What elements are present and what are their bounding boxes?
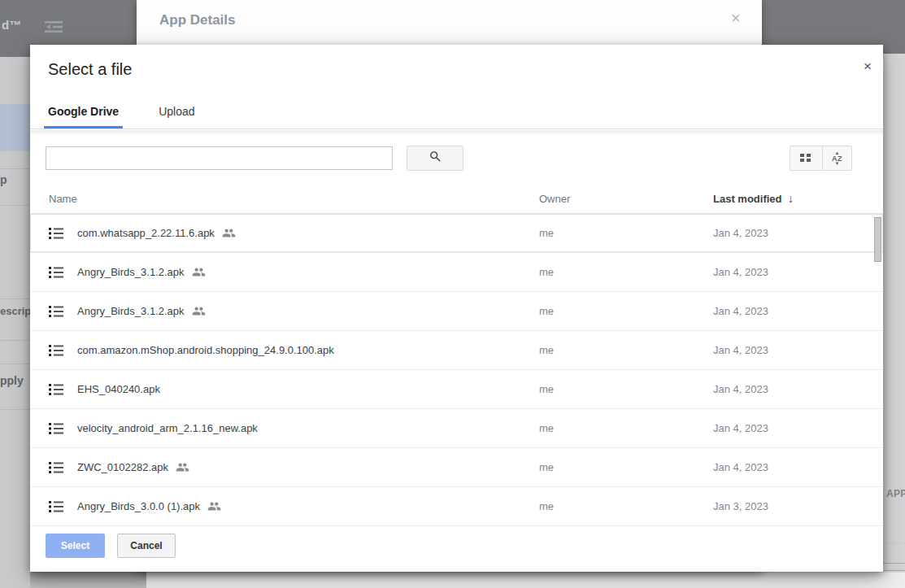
background-left-panel: p escript pply <box>0 57 30 588</box>
background-text-fragment: pply <box>0 374 24 387</box>
file-name: EHS_040240.apk <box>77 383 160 395</box>
indent-decrease-icon <box>45 20 63 37</box>
cancel-button[interactable]: Cancel <box>117 534 176 558</box>
file-modified: Jan 4, 2023 <box>713 292 768 330</box>
file-name: com.amazon.mShop.android.shopping_24.9.0… <box>77 344 334 356</box>
file-modified: Jan 4, 2023 <box>713 331 768 369</box>
file-name-cell: Angry_Birds_3.1.2.apk <box>77 253 206 291</box>
select-button[interactable]: Select <box>46 534 105 558</box>
column-header-owner[interactable]: Owner <box>539 193 570 205</box>
list-item-icon <box>49 228 63 242</box>
file-name-cell: com.whatsapp_2.22.11.6.apk <box>77 214 236 252</box>
list-item-icon <box>49 267 63 281</box>
file-modified: Jan 4, 2023 <box>713 448 768 486</box>
file-picker-dialog: Select a file × Google Drive Upload <box>30 45 883 572</box>
divider <box>0 364 30 364</box>
background-text-fragment: p <box>0 173 7 186</box>
tab-upload[interactable]: Upload <box>154 105 198 128</box>
file-name: Angry_Birds_3.1.2.apk <box>77 305 185 317</box>
tab-bar: Google Drive Upload <box>30 89 883 129</box>
file-modified: Jan 4, 2023 <box>713 409 768 447</box>
divider <box>0 205 30 206</box>
list-scrollbar-thumb[interactable] <box>874 217 881 262</box>
file-name: com.whatsapp_2.22.11.6.apk <box>77 227 215 239</box>
file-modified: Jan 4, 2023 <box>713 370 768 408</box>
file-owner: me <box>539 253 554 291</box>
search-button[interactable] <box>407 146 463 171</box>
file-row[interactable]: EHS_040240.apk me Jan 4, 2023 <box>30 370 883 409</box>
file-row[interactable]: ZWC_0102282.apk me Jan 4, 2023 <box>30 448 883 487</box>
divider <box>883 542 905 543</box>
file-name: Angry_Birds_3.1.2.apk <box>77 266 185 278</box>
background-selected-band <box>0 104 30 151</box>
file-name: ZWC_0102282.apk <box>77 461 168 473</box>
divider <box>0 409 30 410</box>
file-name-cell: velocity_android_arm_2.1.16_new.apk <box>77 409 258 447</box>
triangle-down-icon: ▼ <box>835 162 840 166</box>
file-owner: me <box>539 370 554 408</box>
background-text-fragment: APP <box>886 488 905 499</box>
file-name-cell: Angry_Birds_3.1.2.apk <box>77 292 206 330</box>
file-owner: me <box>539 214 554 252</box>
file-name-cell: EHS_040240.apk <box>77 370 160 408</box>
list-item-icon <box>49 345 63 359</box>
shared-icon <box>207 499 221 513</box>
sort-descending-icon[interactable]: ↓ <box>788 192 794 205</box>
divider <box>883 570 905 571</box>
divider <box>0 168 30 169</box>
grid-view-icon <box>800 151 812 166</box>
background-bottom-panel <box>146 572 905 588</box>
file-row[interactable]: Angry_Birds_3.1.2.apk me Jan 4, 2023 <box>30 253 883 292</box>
sort-az-button[interactable]: ▲ AZ ▼ <box>822 146 852 171</box>
grid-view-button[interactable] <box>790 146 823 171</box>
file-name-cell: ZWC_0102282.apk <box>77 448 189 486</box>
shared-icon <box>192 265 206 279</box>
list-item-icon <box>49 462 63 477</box>
shared-icon <box>222 226 236 240</box>
close-icon[interactable]: × <box>731 10 741 26</box>
divider <box>0 298 30 299</box>
app-details-title: App Details <box>159 12 236 28</box>
tab-bar-shadow <box>30 130 883 136</box>
table-header: Name Owner Last modified ↓ <box>30 183 883 214</box>
shared-icon <box>176 460 189 474</box>
close-icon[interactable]: × <box>864 59 872 73</box>
file-modified: Jan 3, 2023 <box>713 487 768 525</box>
file-name: Angry_Birds_3.0.0 (1).apk <box>77 500 200 512</box>
dialog-title: Select a file <box>48 60 132 79</box>
screen: d™ p escript pply APP <box>0 0 905 588</box>
file-list: com.whatsapp_2.22.11.6.apk me Jan 4, 202… <box>30 214 883 528</box>
list-item-icon <box>49 501 63 516</box>
file-row[interactable]: Angry_Birds_3.0.0 (1).apk me Jan 3, 2023 <box>30 487 883 526</box>
file-owner: me <box>539 487 554 525</box>
column-header-last-modified[interactable]: Last modified <box>713 193 782 205</box>
divider <box>883 563 905 564</box>
logo-fragment: d™ <box>2 18 21 32</box>
file-row[interactable]: com.amazon.mShop.android.shopping_24.9.0… <box>30 331 883 370</box>
background-bottom-shadow <box>30 572 146 588</box>
file-name-cell: Angry_Birds_3.0.0 (1).apk <box>77 487 221 525</box>
file-row[interactable]: velocity_android_arm_2.1.16_new.apk me J… <box>30 409 883 448</box>
file-owner: me <box>539 292 554 330</box>
file-row[interactable]: com.whatsapp_2.22.11.6.apk me Jan 4, 202… <box>30 214 883 253</box>
tab-google-drive[interactable]: Google Drive <box>44 105 123 128</box>
file-modified: Jan 4, 2023 <box>713 253 768 291</box>
file-owner: me <box>539 331 554 369</box>
file-modified: Jan 4, 2023 <box>713 214 768 252</box>
list-item-icon <box>49 423 63 438</box>
file-owner: me <box>539 409 554 447</box>
search-input[interactable] <box>46 146 393 170</box>
list-item-icon <box>49 306 63 320</box>
list-item-icon <box>49 384 63 399</box>
file-name: velocity_android_arm_2.1.16_new.apk <box>77 422 258 434</box>
divider <box>0 340 30 341</box>
search-icon <box>429 150 442 167</box>
background-right-panel: APP <box>883 54 905 588</box>
file-owner: me <box>539 448 554 486</box>
file-name-cell: com.amazon.mShop.android.shopping_24.9.0… <box>77 331 334 369</box>
file-row[interactable]: Angry_Birds_3.1.2.apk me Jan 4, 2023 <box>30 292 883 331</box>
column-header-name[interactable]: Name <box>49 193 77 205</box>
shared-icon <box>192 304 206 318</box>
